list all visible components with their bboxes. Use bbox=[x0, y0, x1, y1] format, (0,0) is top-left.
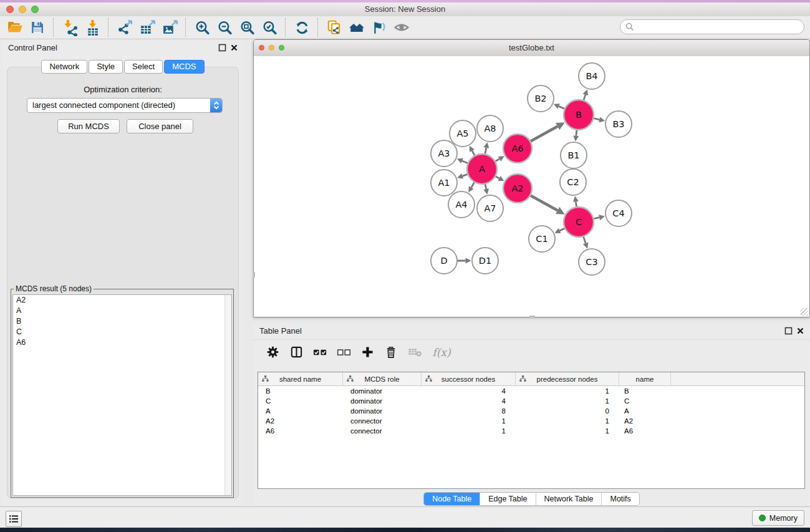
cell-mcds-role[interactable]: dominator bbox=[343, 407, 422, 415]
tab-node-table[interactable]: Node Table bbox=[424, 493, 480, 505]
float-panel-icon[interactable] bbox=[218, 44, 226, 52]
tab-motifs[interactable]: Motifs bbox=[602, 493, 639, 505]
mcds-result-item[interactable]: A bbox=[13, 306, 231, 316]
column-header-mcds-role[interactable]: MCDS role bbox=[343, 372, 422, 385]
graph-node-B2[interactable]: B2 bbox=[528, 85, 554, 112]
graph-node-C2[interactable]: C2 bbox=[560, 169, 586, 195]
houses-icon[interactable] bbox=[345, 17, 368, 37]
graph-node-B3[interactable]: B3 bbox=[605, 111, 632, 137]
open-folder-icon[interactable] bbox=[4, 17, 26, 37]
import-network-icon[interactable] bbox=[59, 17, 81, 37]
table-row[interactable]: Adominator80A bbox=[258, 406, 804, 416]
table-row[interactable]: A2connector11A2 bbox=[258, 416, 804, 426]
zoom-selected-icon[interactable] bbox=[258, 17, 281, 37]
window-resize-tick[interactable] bbox=[253, 272, 255, 278]
graph-node-B4[interactable]: B4 bbox=[579, 63, 605, 89]
search-input[interactable] bbox=[637, 22, 804, 32]
zoom-fit-icon[interactable] bbox=[236, 17, 258, 37]
tab-network[interactable]: Network bbox=[41, 60, 87, 74]
cell-successor-nodes[interactable]: 4 bbox=[422, 397, 516, 405]
graph-node-D1[interactable]: D1 bbox=[472, 248, 498, 274]
column-header-successor-nodes[interactable]: successor nodes bbox=[422, 372, 516, 385]
cell-name[interactable]: A6 bbox=[619, 427, 671, 435]
graph-node-D[interactable]: D bbox=[431, 248, 457, 274]
cell-name[interactable]: C bbox=[619, 397, 671, 405]
network-graph[interactable]: B4B2BB3A8A5A6A3B1AC2A1A2A4A7C4CC1C3DD1 bbox=[254, 56, 809, 317]
select-all-icon[interactable] bbox=[309, 343, 330, 362]
table-row[interactable]: Bdominator41B bbox=[258, 386, 804, 396]
cell-predecessor-nodes[interactable]: 1 bbox=[516, 387, 619, 395]
cell-shared-name[interactable]: A bbox=[258, 407, 343, 415]
mcds-result-item[interactable]: C bbox=[13, 327, 231, 337]
close-panel-icon[interactable] bbox=[796, 327, 804, 335]
graph-node-C4[interactable]: C4 bbox=[605, 200, 632, 226]
graph-node-C1[interactable]: C1 bbox=[529, 226, 555, 252]
optimization-criterion-select[interactable]: largest connected component (directed) bbox=[27, 98, 223, 113]
tab-style[interactable]: Style bbox=[89, 60, 123, 74]
column-header-predecessor-nodes[interactable]: predecessor nodes bbox=[516, 372, 619, 385]
cell-predecessor-nodes[interactable]: 0 bbox=[516, 407, 619, 415]
columns-icon[interactable] bbox=[286, 343, 307, 362]
tab-mcds[interactable]: MCDS bbox=[164, 60, 204, 74]
copy-documents-icon[interactable] bbox=[323, 17, 345, 37]
table-row[interactable]: A6connector11A6 bbox=[258, 426, 804, 436]
save-icon[interactable] bbox=[26, 17, 49, 37]
trash-icon[interactable] bbox=[380, 343, 402, 362]
mcds-result-item[interactable]: A6 bbox=[13, 337, 231, 348]
cell-shared-name[interactable]: A6 bbox=[258, 427, 343, 435]
delete-table-icon[interactable] bbox=[404, 343, 425, 362]
float-panel-icon[interactable] bbox=[784, 327, 793, 335]
cell-predecessor-nodes[interactable]: 1 bbox=[516, 427, 619, 435]
graph-node-A1[interactable]: A1 bbox=[431, 170, 457, 196]
zoom-in-icon[interactable] bbox=[191, 17, 213, 37]
column-header-shared-name[interactable]: shared name bbox=[258, 372, 343, 385]
graph-node-A6[interactable]: A6 bbox=[503, 134, 532, 163]
cell-shared-name[interactable]: B bbox=[258, 387, 343, 395]
search-field[interactable] bbox=[620, 19, 804, 34]
cell-predecessor-nodes[interactable]: 1 bbox=[516, 417, 619, 425]
cell-successor-nodes[interactable]: 8 bbox=[422, 407, 516, 415]
memory-button[interactable]: Memory bbox=[752, 510, 804, 526]
table-row[interactable]: Cdominator41C bbox=[258, 396, 804, 406]
cell-mcds-role[interactable]: connector bbox=[343, 427, 422, 435]
flag-eye-icon[interactable] bbox=[368, 17, 390, 37]
graph-node-A8[interactable]: A8 bbox=[477, 115, 503, 142]
mcds-list-scrollbar[interactable] bbox=[224, 295, 231, 495]
tab-select[interactable]: Select bbox=[124, 60, 163, 74]
import-table-icon[interactable] bbox=[81, 17, 104, 37]
tab-network-table[interactable]: Network Table bbox=[536, 493, 602, 505]
close-panel-button[interactable]: Close panel bbox=[127, 119, 193, 133]
cell-shared-name[interactable]: A2 bbox=[258, 417, 343, 425]
eye-icon[interactable] bbox=[390, 17, 413, 37]
refresh-icon[interactable] bbox=[291, 17, 313, 37]
cell-name[interactable]: A bbox=[619, 407, 671, 415]
add-icon[interactable] bbox=[357, 343, 378, 362]
graph-node-A7[interactable]: A7 bbox=[477, 195, 503, 221]
cell-successor-nodes[interactable]: 4 bbox=[422, 387, 516, 395]
cell-successor-nodes[interactable]: 1 bbox=[422, 417, 516, 425]
cell-mcds-role[interactable]: dominator bbox=[343, 397, 422, 405]
cell-shared-name[interactable]: C bbox=[258, 397, 343, 405]
close-panel-icon[interactable] bbox=[230, 44, 238, 52]
mcds-result-item[interactable]: A2 bbox=[13, 295, 231, 306]
graph-node-B[interactable]: B bbox=[564, 100, 594, 130]
cell-name[interactable]: B bbox=[619, 387, 671, 395]
graph-node-A4[interactable]: A4 bbox=[448, 191, 475, 218]
graph-node-C[interactable]: C bbox=[564, 207, 594, 237]
graph-node-A3[interactable]: A3 bbox=[431, 140, 457, 167]
column-header-name[interactable]: name bbox=[619, 372, 671, 385]
mcds-result-item[interactable]: B bbox=[13, 316, 231, 327]
graph-node-A5[interactable]: A5 bbox=[450, 120, 476, 147]
cell-predecessor-nodes[interactable]: 1 bbox=[516, 397, 619, 405]
cell-successor-nodes[interactable]: 1 bbox=[422, 427, 516, 435]
zoom-out-icon[interactable] bbox=[213, 17, 236, 37]
run-mcds-button[interactable]: Run MCDS bbox=[57, 119, 120, 133]
cell-mcds-role[interactable]: connector bbox=[343, 417, 422, 425]
window-resize-tick[interactable] bbox=[529, 316, 535, 317]
cell-mcds-role[interactable]: dominator bbox=[343, 387, 422, 395]
export-table-icon[interactable] bbox=[136, 17, 158, 37]
task-history-button[interactable] bbox=[6, 511, 22, 527]
cell-name[interactable]: A2 bbox=[619, 417, 671, 425]
graph-node-B1[interactable]: B1 bbox=[561, 142, 587, 168]
graph-node-C3[interactable]: C3 bbox=[579, 249, 605, 275]
